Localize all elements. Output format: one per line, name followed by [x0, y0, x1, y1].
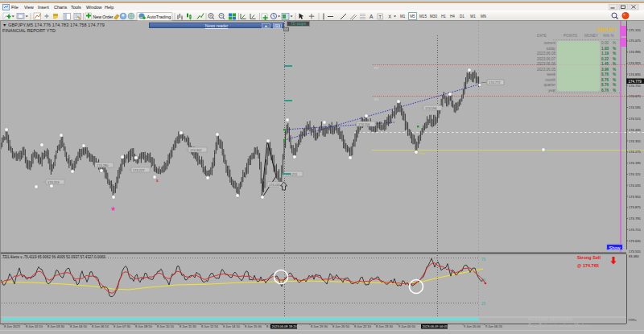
svg-text:A: A	[369, 14, 374, 19]
svg-text:%: %	[613, 68, 616, 72]
svg-text:MONEY: MONEY	[584, 34, 598, 38]
svg-text:today: today	[547, 47, 556, 51]
svg-text:8 Jun 10:10: 8 Jun 10:10	[157, 324, 175, 328]
svg-text:8 Jun 06:10: 8 Jun 06:10	[92, 324, 109, 328]
svg-text:174.203: 174.203	[47, 180, 60, 184]
svg-text:174.302: 174.302	[190, 148, 202, 152]
svg-text:TD1 Alerts v. 75.4119 65.9062: TD1 Alerts v. 75.4119 65.9062 56.4005 52…	[2, 255, 105, 259]
svg-text:GBPJPY: GBPJPY	[597, 27, 617, 32]
svg-text:174.035: 174.035	[629, 183, 642, 188]
svg-text:%: %	[613, 89, 616, 93]
svg-text:174.755: 174.755	[629, 84, 642, 88]
svg-text:R1: R1	[374, 97, 379, 101]
svg-text:1.19: 1.19	[601, 52, 609, 56]
svg-text:2023.06.06: 2023.06.06	[537, 62, 555, 66]
svg-text:2023.06.08: 2023.06.08	[537, 52, 555, 56]
svg-text:174.675: 174.675	[629, 94, 642, 98]
svg-text:8 Jun 04:50: 8 Jun 04:50	[70, 324, 88, 328]
svg-text:175.155: 175.155	[629, 28, 642, 32]
svg-text:8.76: 8.76	[601, 72, 609, 76]
svg-text:174.165: 174.165	[269, 183, 281, 187]
svg-text:2023.06.09 04:05: 2023.06.09 04:05	[423, 324, 448, 328]
svg-text:174.195: 174.195	[629, 161, 642, 165]
svg-text:174.556: 174.556	[358, 122, 370, 126]
svg-text:8 Jun 22:10: 8 Jun 22:10	[354, 324, 372, 328]
svg-text:173.875: 173.875	[629, 205, 642, 209]
svg-text:month: month	[545, 78, 555, 82]
svg-text:R2: R2	[374, 66, 379, 70]
svg-text:8 Jun 23:30: 8 Jun 23:30	[376, 324, 394, 328]
svg-text:173.795: 173.795	[629, 216, 642, 221]
svg-text:0.22: 0.22	[601, 57, 609, 61]
svg-text:23: 23	[481, 302, 486, 306]
svg-text:8.76: 8.76	[601, 89, 609, 93]
svg-text:8 Jun 2023: 8 Jun 2023	[4, 324, 21, 328]
svg-text:174.595: 174.595	[629, 105, 642, 109]
svg-text:174.772: 174.772	[489, 80, 501, 85]
svg-text:173.555: 173.555	[629, 249, 642, 254]
svg-text:8.76: 8.76	[601, 83, 609, 87]
svg-text:year: year	[548, 89, 555, 93]
svg-text:173.955: 173.955	[629, 195, 642, 199]
svg-text:8 Jun 08:50: 8 Jun 08:50	[135, 324, 153, 328]
svg-text:174.280: 174.280	[97, 163, 109, 167]
svg-text:83.484: 83.484	[629, 254, 639, 258]
svg-text:1.93: 1.93	[601, 47, 609, 51]
svg-text:8 Jun 03:30: 8 Jun 03:30	[47, 324, 65, 328]
svg-text:%: %	[613, 83, 616, 87]
svg-text:%% %: %% %	[603, 34, 614, 38]
svg-text:week: week	[547, 72, 555, 76]
svg-text:173.715: 173.715	[629, 228, 642, 232]
svg-text:★: ★	[110, 205, 116, 212]
svg-text:0.00: 0.00	[601, 41, 609, 45]
svg-text:Go to Settings to activate Win: Go to Settings to activate Windows.	[528, 323, 592, 328]
svg-text:%: %	[613, 52, 616, 56]
svg-text:T: T	[379, 14, 382, 19]
svg-text:Strong Sell: Strong Sell	[577, 255, 601, 260]
svg-text:2023.06.07: 2023.06.07	[537, 57, 555, 61]
svg-text:7/9Rs: 7/9Rs	[628, 318, 636, 322]
svg-text:75: 75	[481, 258, 486, 262]
svg-text:2023.06.05: 2023.06.05	[537, 68, 555, 72]
svg-text:current: current	[544, 41, 556, 45]
svg-text:8 Jun 07:30: 8 Jun 07:30	[114, 324, 131, 328]
svg-text:%: %	[613, 47, 616, 51]
svg-text:8.76: 8.76	[601, 78, 609, 82]
svg-text:174.596: 174.596	[425, 106, 437, 110]
svg-text:%: %	[613, 78, 616, 82]
svg-text:8 Jun 14:10: 8 Jun 14:10	[223, 324, 241, 328]
svg-text:POINTS: POINTS	[564, 34, 577, 38]
svg-text:174.995: 174.995	[629, 50, 642, 54]
svg-text:174.835: 174.835	[629, 72, 642, 76]
svg-text:DATE: DATE	[537, 34, 547, 38]
svg-text:9 Jun 05:00: 9 Jun 05:00	[464, 324, 481, 328]
svg-text:174.515: 174.515	[629, 117, 642, 121]
svg-text:9 Jun 06:20: 9 Jun 06:20	[485, 324, 503, 328]
svg-text:Activate Windows: Activate Windows	[528, 315, 573, 321]
svg-text:8 Jun 12:50: 8 Jun 12:50	[201, 324, 219, 328]
svg-text:174.355: 174.355	[629, 139, 642, 143]
svg-text:%: %	[613, 41, 616, 45]
svg-text:New Order: New Order	[93, 14, 114, 19]
svg-text:9 Jun 00:50: 9 Jun 00:50	[398, 324, 416, 328]
svg-text:8 Jun 20:50: 8 Jun 20:50	[332, 324, 350, 328]
svg-text:174.915: 174.915	[629, 61, 642, 65]
svg-text:2023.06.08 18:20: 2023.06.08 18:20	[272, 324, 298, 328]
svg-text:AutoTrading: AutoTrading	[147, 14, 171, 19]
svg-text:8 Jun 11:30: 8 Jun 11:30	[180, 324, 196, 328]
svg-text:8 Jun 15:30: 8 Jun 15:30	[245, 324, 262, 328]
svg-text:174.115: 174.115	[629, 172, 641, 176]
svg-text:Pivot: Pivot	[418, 151, 426, 155]
svg-text:175.075: 175.075	[629, 39, 642, 43]
svg-text:8 Jun 02:10: 8 Jun 02:10	[26, 324, 43, 328]
svg-text:174.779: 174.779	[629, 80, 642, 84]
svg-text:3.96: 3.96	[601, 68, 609, 72]
svg-text:quarter: quarter	[543, 83, 555, 87]
svg-text:174.435: 174.435	[629, 128, 642, 132]
svg-text:174.275: 174.275	[629, 150, 642, 154]
svg-text:x: x	[156, 178, 159, 183]
svg-text:%: %	[613, 62, 616, 66]
svg-text:%: %	[613, 57, 616, 61]
svg-text:%: %	[613, 72, 616, 76]
svg-text:@ 174.765: @ 174.765	[577, 263, 599, 268]
